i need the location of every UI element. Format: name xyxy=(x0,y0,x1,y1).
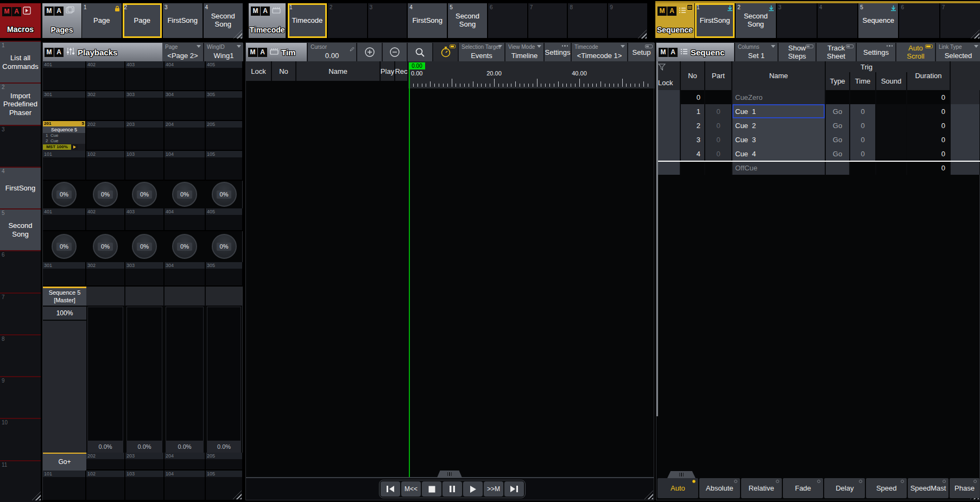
playback-button-204[interactable]: 204 xyxy=(165,453,206,471)
timecode-pool-title[interactable]: MA Timecode xyxy=(249,3,286,38)
track-sheet-toggle[interactable]: Track Sheet xyxy=(817,43,857,61)
cue-cell-duration[interactable]: 0 xyxy=(907,90,951,104)
cue-cell-no[interactable]: 4 xyxy=(681,147,705,161)
timecode-pool-cell-4[interactable]: 4FirstSong xyxy=(408,3,447,38)
playback-section-301[interactable]: 301 xyxy=(43,262,86,287)
playback-button-102[interactable]: 102 xyxy=(86,471,125,501)
playback-button-104[interactable]: 104 xyxy=(165,471,206,501)
fader-track[interactable] xyxy=(127,307,162,441)
cue-cell-lock[interactable] xyxy=(656,104,681,118)
cue-row-1[interactable]: 10Cue 1Go00 xyxy=(656,104,980,118)
cue-cell-time[interactable] xyxy=(850,161,876,175)
timecode-selector[interactable]: Timecode <Timecode 1> xyxy=(572,43,628,61)
cue-cell-no[interactable]: 0 xyxy=(681,90,705,104)
cue-cell-duration[interactable]: 0 xyxy=(907,104,951,118)
macros-pool-title[interactable]: MA Macros xyxy=(0,3,41,38)
selection-target-selector[interactable]: Selection Target Events xyxy=(459,43,505,61)
cue-cell-type[interactable]: Go xyxy=(826,132,850,147)
cue-cell-lock[interactable] xyxy=(656,161,681,175)
cue-cell-sound[interactable] xyxy=(876,132,907,147)
cue-cell-sound[interactable] xyxy=(876,147,907,161)
cue-cell-type[interactable]: Go xyxy=(826,118,850,132)
fader-track[interactable] xyxy=(166,307,204,441)
column-header-time[interactable]: Time xyxy=(850,72,876,90)
cue-cell-duration[interactable]: 0 xyxy=(907,118,951,132)
cue-row-offcue[interactable]: OffCue0 xyxy=(656,161,980,175)
transport-forward-button[interactable]: >>M xyxy=(484,481,503,497)
macro-item-8[interactable]: 8 xyxy=(0,334,41,376)
playback-knob-405[interactable]: 0% xyxy=(212,182,237,207)
cue-row-2[interactable]: 20Cue 2Go00 xyxy=(656,118,980,132)
playback-knob-401[interactable]: 0% xyxy=(52,182,77,207)
playback-knob-404[interactable]: 0% xyxy=(172,182,197,207)
playback-knob-402[interactable]: 0% xyxy=(93,182,118,207)
playback-button-105[interactable]: 105 xyxy=(206,151,243,181)
cue-cell-sound[interactable] xyxy=(876,161,907,175)
playback-button-405[interactable]: 405 xyxy=(206,61,243,91)
macro-item-4[interactable]: 4FirstSong xyxy=(0,167,41,208)
timecode-pool-cell-5[interactable]: 5Second Song xyxy=(448,3,487,38)
fader-track[interactable] xyxy=(207,307,241,441)
sequence-window-title[interactable]: MA Sequenc xyxy=(656,43,735,61)
cue-cell-part[interactable] xyxy=(705,90,732,104)
playback-section-401[interactable]: 401 xyxy=(43,208,86,231)
playback-section-305[interactable]: 305 xyxy=(206,262,243,287)
playback-knob-403[interactable]: 0% xyxy=(132,182,157,207)
cue-cell-time[interactable]: 0 xyxy=(850,118,876,132)
cue-row-4[interactable]: 40Cue 4Go00 xyxy=(656,147,980,161)
cue-row-0[interactable]: 0CueZero0 xyxy=(656,90,980,104)
cue-cell-sound[interactable] xyxy=(876,104,907,118)
page-selector[interactable]: Page <Page 2> xyxy=(162,43,204,61)
cue-cell-name[interactable]: CueZero xyxy=(732,90,826,104)
cue-cell-no[interactable]: 3 xyxy=(681,132,705,147)
timecode-pool-cell-3[interactable]: 3 xyxy=(368,3,407,38)
master-fader-track[interactable] xyxy=(43,321,86,453)
sequence-pool-cell-1[interactable]: 1FirstSong xyxy=(695,3,735,38)
cursor-field[interactable]: Cursor 0.00 xyxy=(308,43,357,61)
sequence-pool-cell-6[interactable]: 6 xyxy=(899,3,939,38)
column-header-no[interactable]: No xyxy=(681,61,705,90)
column-header-part[interactable]: Part xyxy=(705,61,732,90)
sequence-pool-title[interactable]: MA Sequence xyxy=(655,3,694,38)
pages-pool-cell-4[interactable]: 4Second Song xyxy=(204,3,243,38)
view-mode-selector[interactable]: View Mode Timeline xyxy=(505,43,545,61)
playback-button-301[interactable]: 301 xyxy=(43,91,86,121)
transport-skip-to-end-button[interactable] xyxy=(504,481,524,497)
drag-handle[interactable] xyxy=(437,471,462,478)
playback-button-104[interactable]: 104 xyxy=(165,151,206,181)
column-header-sound[interactable]: Sound xyxy=(876,72,907,90)
playback-button-103[interactable]: 103 xyxy=(125,151,165,181)
encoder-speedmast[interactable]: SpeedMast xyxy=(908,478,949,498)
encoder-auto[interactable]: Auto xyxy=(657,478,698,498)
playback-section-303[interactable]: 303 xyxy=(125,262,165,287)
playback-button-203[interactable]: 203 xyxy=(125,121,165,151)
playback-button-204[interactable]: 204 xyxy=(165,121,206,151)
cue-cell-duration[interactable]: 0 xyxy=(907,161,951,175)
macro-item-2[interactable]: 2Import Predefined Phaser xyxy=(0,82,41,124)
cue-cell-name[interactable]: Cue 4 xyxy=(732,147,826,161)
cue-cell-part[interactable]: 0 xyxy=(705,147,732,161)
encoder-fade[interactable]: Fade xyxy=(783,478,824,498)
stopwatch-button[interactable] xyxy=(433,43,459,61)
cue-cell-part[interactable]: 0 xyxy=(705,118,732,132)
transport-pause-button[interactable] xyxy=(442,481,462,497)
go-plus-button[interactable]: Go+ xyxy=(43,453,86,471)
cue-cell-part[interactable] xyxy=(705,161,732,175)
cue-cell-time[interactable] xyxy=(850,90,876,104)
pages-pool-cell-3[interactable]: 3FirstSong xyxy=(163,3,203,38)
encoder-relative[interactable]: Relative xyxy=(741,478,782,498)
playback-knob-305[interactable]: 0% xyxy=(212,234,237,259)
settings-button[interactable]: Settings xyxy=(545,43,572,61)
playbacks-titlebar[interactable]: MA Playbacks Page <Page 2> WingID Wing1 xyxy=(43,43,242,61)
cue-cell-extra[interactable] xyxy=(951,147,980,161)
cue-cell-lock[interactable] xyxy=(656,118,681,132)
cue-cell-name[interactable]: Cue 3 xyxy=(732,132,826,147)
sequence-pool-cell-4[interactable]: 4 xyxy=(818,3,857,38)
cue-cell-name[interactable]: Cue 1 xyxy=(732,104,826,118)
playback-button-202[interactable]: 202 xyxy=(86,453,125,471)
columns-selector[interactable]: Columns Set 1 xyxy=(735,43,779,61)
settings-button[interactable]: Settings xyxy=(857,43,896,61)
playback-section-302[interactable]: 302 xyxy=(86,262,125,287)
playback-button-404[interactable]: 404 xyxy=(165,61,206,91)
cue-cell-type[interactable]: Go xyxy=(826,104,850,118)
